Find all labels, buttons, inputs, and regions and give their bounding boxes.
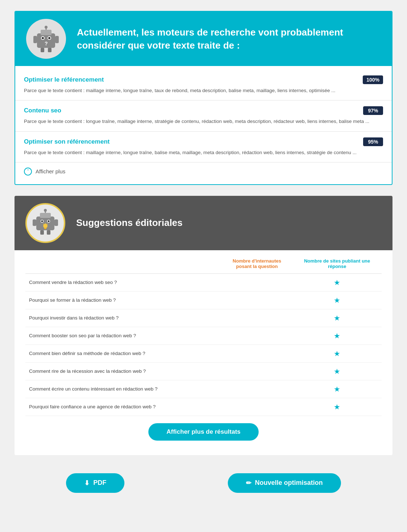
analysis-item-3-desc: Parce que le texte contient : maillage i… <box>24 149 383 156</box>
col-header-question <box>25 254 221 274</box>
suggestion-question-6: Comment écrire un contenu intéressant en… <box>25 380 221 398</box>
pdf-button[interactable]: ⬇ PDF <box>66 473 124 493</box>
suggestion-count-2 <box>221 309 292 327</box>
col-header-sites: Nombre de sites publiant une réponse <box>292 254 382 274</box>
suggestion-sites-7: ★ <box>292 398 382 416</box>
chevron-down-icon: ˅ <box>24 168 32 176</box>
analysis-item-2-desc: Parce que le texte contient : longue tra… <box>24 118 383 125</box>
analysis-item-2-title: Contenu seo <box>24 107 61 114</box>
robot-lightbulb-icon <box>31 209 60 238</box>
svg-rect-6 <box>41 48 44 52</box>
suggestion-count-1 <box>221 291 292 309</box>
suggestions-section: Suggestions éditoriales Nombre d'interna… <box>15 196 392 455</box>
analysis-item-2-header: Contenu seo 97% <box>24 106 383 115</box>
svg-rect-7 <box>48 48 52 52</box>
robot-question-icon: ? <box>32 24 61 53</box>
suggestion-row-3[interactable]: Comment booster son seo par la rédaction… <box>25 327 382 345</box>
suggestions-table-wrapper: Nombre d'internautes posant la question … <box>15 250 392 455</box>
star-icon: ★ <box>334 314 340 322</box>
suggestion-count-3 <box>221 327 292 345</box>
edit-icon: ✏ <box>246 479 251 487</box>
star-icon: ★ <box>334 403 340 411</box>
svg-point-10 <box>42 37 44 39</box>
analysis-item-1: Optimiser le référencement 100% Parce qu… <box>15 70 392 100</box>
col-header-count: Nombre d'internautes posant la question <box>221 254 292 274</box>
star-icon: ★ <box>334 279 340 286</box>
suggestion-question-5: Comment rire de la récession avec la réd… <box>25 362 221 380</box>
svg-rect-1 <box>41 30 52 35</box>
suggestion-question-4: Comment bien définir sa méthode de rédac… <box>25 345 221 362</box>
suggestion-row-5[interactable]: Comment rire de la récession avec la réd… <box>25 362 382 380</box>
suggestion-count-7 <box>221 398 292 416</box>
suggestion-sites-6: ★ <box>292 380 382 398</box>
analysis-item-1-title: Optimiser le référencement <box>24 76 104 83</box>
svg-rect-5 <box>55 36 59 43</box>
suggestion-count-4 <box>221 345 292 362</box>
suggestions-header: Suggestions éditoriales <box>15 196 392 250</box>
analysis-item-3-badge: 95% <box>363 137 383 146</box>
new-optim-button-label: Nouvelle optimisation <box>255 479 323 487</box>
new-optimisation-button[interactable]: ✏ Nouvelle optimisation <box>228 473 341 493</box>
star-icon: ★ <box>334 332 340 340</box>
suggestions-header-title: Suggestions éditoriales <box>76 217 182 228</box>
suggestion-question-0: Comment vendre la rédaction web seo ? <box>25 273 221 291</box>
suggestion-question-3: Comment booster son seo par la rédaction… <box>25 327 221 345</box>
svg-text:?: ? <box>45 41 48 46</box>
svg-point-24 <box>48 220 50 222</box>
svg-rect-18 <box>54 219 58 226</box>
suggestion-question-2: Pourquoi investir dans la rédaction web … <box>25 309 221 327</box>
analysis-item-1-header: Optimiser le référencement 100% <box>24 75 383 84</box>
suggestion-sites-2: ★ <box>292 309 382 327</box>
svg-rect-26 <box>44 228 46 229</box>
analysis-item-1-desc: Parce que le texte contient : maillage i… <box>24 87 383 94</box>
analysis-item-3: Optimiser son référencement 95% Parce qu… <box>15 132 392 162</box>
suggestion-row-2[interactable]: Pourquoi investir dans la rédaction web … <box>25 309 382 327</box>
svg-rect-4 <box>33 36 37 43</box>
bottom-buttons-area: ⬇ PDF ✏ Nouvelle optimisation <box>15 473 392 493</box>
analysis-header: ? Actuellement, les moteurs de recherche… <box>15 12 392 66</box>
suggestion-row-0[interactable]: Comment vendre la rédaction web seo ?★ <box>25 273 382 291</box>
show-more-analysis[interactable]: ˅ Afficher plus <box>15 162 392 181</box>
star-icon: ★ <box>334 296 340 304</box>
analysis-item-2: Contenu seo 97% Parce que le texte conti… <box>15 100 392 131</box>
suggestion-count-6 <box>221 380 292 398</box>
star-icon: ★ <box>334 350 340 358</box>
pdf-button-label: PDF <box>93 479 106 487</box>
suggestion-count-0 <box>221 273 292 291</box>
suggestion-question-7: Pourquoi faire confiance a une agence de… <box>25 398 221 416</box>
download-icon: ⬇ <box>84 479 90 487</box>
suggestion-sites-1: ★ <box>292 291 382 309</box>
svg-point-11 <box>48 37 50 39</box>
suggestion-count-5 <box>221 362 292 380</box>
suggestion-row-6[interactable]: Comment écrire un contenu intéressant en… <box>25 380 382 398</box>
show-more-label: Afficher plus <box>36 168 65 174</box>
robot-lightbulb-container <box>25 203 65 243</box>
show-more-results-button[interactable]: Afficher plus de résultats <box>148 423 259 441</box>
suggestion-sites-3: ★ <box>292 327 382 345</box>
analysis-item-1-badge: 100% <box>363 75 383 84</box>
suggestion-row-1[interactable]: Pourquoi se former à la rédaction web ?★ <box>25 291 382 309</box>
svg-rect-14 <box>40 213 51 218</box>
suggestion-question-1: Pourquoi se former à la rédaction web ? <box>25 291 221 309</box>
analysis-item-2-badge: 97% <box>363 106 383 115</box>
svg-point-3 <box>45 26 48 29</box>
svg-point-16 <box>44 209 47 212</box>
suggestion-sites-0: ★ <box>292 273 382 291</box>
svg-point-23 <box>41 220 43 222</box>
analysis-header-title: Actuellement, les moteurs de recherche v… <box>77 26 381 52</box>
suggestion-sites-5: ★ <box>292 362 382 380</box>
suggestion-sites-4: ★ <box>292 345 382 362</box>
robot-icon-container-1: ? <box>26 19 66 59</box>
svg-rect-17 <box>33 219 36 226</box>
svg-rect-19 <box>40 230 44 235</box>
svg-rect-20 <box>47 230 50 235</box>
analysis-item-3-header: Optimiser son référencement 95% <box>24 137 383 146</box>
analysis-section: ? Actuellement, les moteurs de recherche… <box>15 11 392 185</box>
suggestions-table: Nombre d'internautes posant la question … <box>25 254 382 416</box>
star-icon: ★ <box>334 385 340 393</box>
star-icon: ★ <box>334 367 340 375</box>
analysis-body: Optimiser le référencement 100% Parce qu… <box>15 66 392 184</box>
suggestion-row-7[interactable]: Pourquoi faire confiance a une agence de… <box>25 398 382 416</box>
analysis-item-3-title: Optimiser son référencement <box>24 138 110 145</box>
suggestion-row-4[interactable]: Comment bien définir sa méthode de rédac… <box>25 345 382 362</box>
